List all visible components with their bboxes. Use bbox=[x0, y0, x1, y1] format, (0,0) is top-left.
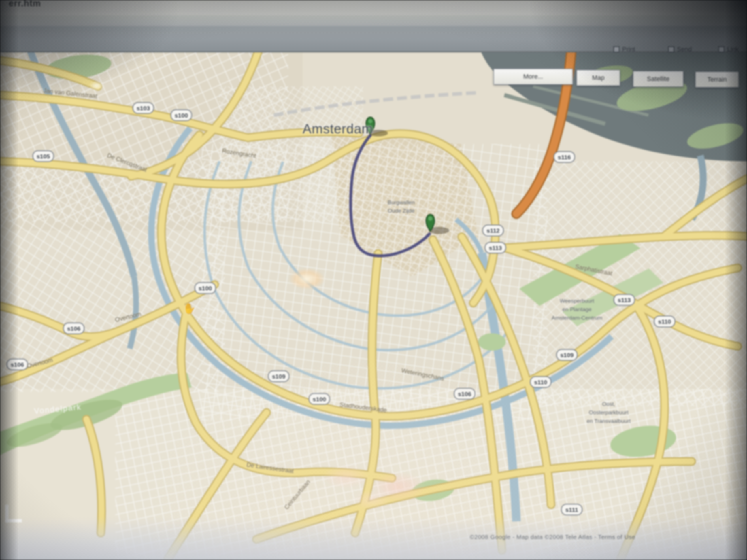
map-canvas[interactable]: s103 s100 s105 s106 s100 s109 s100 s106 … bbox=[0, 43, 747, 560]
road-shield: s100 bbox=[199, 285, 212, 292]
area-label-line: Weesperbuurt bbox=[540, 297, 614, 305]
area-label-line: Oude Zijde bbox=[372, 207, 430, 215]
road-shield: s111 bbox=[565, 506, 578, 513]
area-label-line: Oost, bbox=[565, 400, 652, 408]
road-shield: s113 bbox=[618, 297, 631, 303]
window-edge bbox=[0, 15, 747, 26]
send-label: Send bbox=[677, 46, 692, 53]
road-shield: s103 bbox=[137, 105, 150, 111]
area-label-line: Burgwallen bbox=[372, 198, 430, 207]
print-button[interactable]: Print bbox=[613, 46, 635, 53]
map-view-label: Map bbox=[592, 74, 604, 82]
road-shield: s113 bbox=[489, 245, 502, 251]
send-button[interactable]: Send bbox=[668, 46, 692, 53]
road-shield: s106 bbox=[458, 391, 471, 397]
terrain-view-label: Terrain bbox=[707, 76, 726, 83]
photographed-screen: err.htm Print Send Link More... Map Sate… bbox=[0, 0, 747, 560]
window-title-fragment: err.htm bbox=[9, 0, 41, 9]
road-shield: s109 bbox=[560, 352, 574, 358]
area-label-line: Amsterdam-Centrum bbox=[540, 314, 614, 322]
window-title-bar: err.htm bbox=[0, 0, 747, 15]
area-label-line: Oosterparkbuurt bbox=[565, 408, 652, 417]
road-shield: s110 bbox=[658, 318, 671, 325]
road-shield: s112 bbox=[487, 227, 500, 234]
road-shield: s100 bbox=[313, 396, 326, 402]
link-button[interactable]: Link bbox=[718, 46, 739, 53]
more-label: More... bbox=[523, 73, 543, 80]
road-shield: s105 bbox=[36, 153, 50, 160]
area-label-line: en Plantage bbox=[540, 305, 614, 313]
area-label: Oost, Oosterparkbuurt en Transvaalbuurt bbox=[565, 400, 652, 425]
terrain-view-button[interactable]: Terrain bbox=[695, 72, 739, 87]
road-shield: s100 bbox=[175, 112, 188, 119]
link-icon bbox=[718, 46, 724, 52]
satellite-view-button[interactable]: Satellite bbox=[633, 71, 684, 87]
more-button[interactable]: More... bbox=[493, 69, 573, 85]
map-view-button[interactable]: Map bbox=[576, 70, 620, 86]
send-icon bbox=[668, 46, 674, 52]
area-label-line: en Transvaalbuurt bbox=[565, 417, 652, 425]
city-label: Amsterdam bbox=[303, 121, 373, 137]
road-shield: s109 bbox=[272, 373, 286, 380]
hand-cursor-icon: ✋ bbox=[182, 302, 196, 315]
road-shield: s106 bbox=[67, 325, 81, 332]
map-attribution: ©2008 Google - Map data ©2008 Tele Atlas… bbox=[470, 533, 636, 540]
area-label: Burgwallen Oude Zijde bbox=[372, 198, 430, 215]
map-corner-mark bbox=[5, 519, 22, 522]
satellite-view-label: Satellite bbox=[647, 75, 669, 83]
print-label: Print bbox=[622, 46, 635, 53]
road-shield: s106 bbox=[11, 361, 24, 368]
road-shield: s110 bbox=[534, 379, 547, 385]
area-label: Weesperbuurt en Plantage Amsterdam-Centr… bbox=[540, 297, 614, 322]
print-icon bbox=[613, 46, 620, 52]
road-shield: s116 bbox=[558, 154, 571, 160]
link-label: Link bbox=[727, 46, 739, 53]
